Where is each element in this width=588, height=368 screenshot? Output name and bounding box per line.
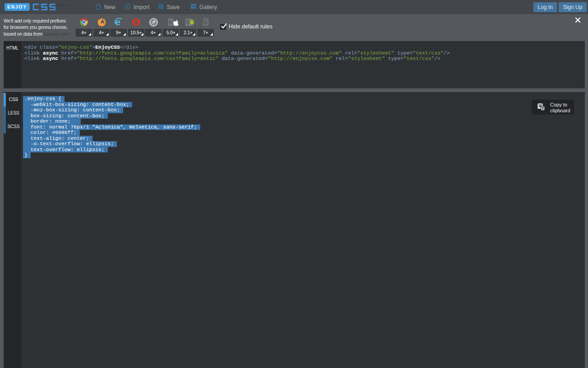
svg-text:e: e [115, 18, 121, 27]
